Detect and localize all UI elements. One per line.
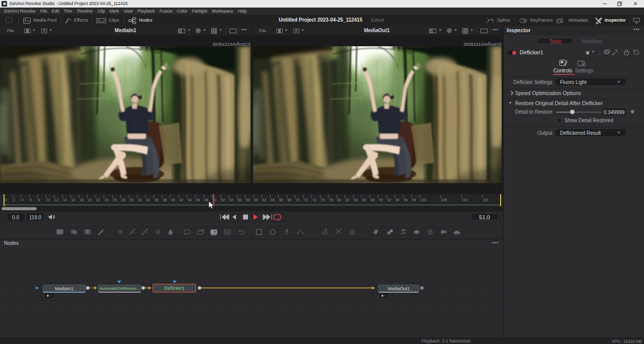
svg-text:T: T	[86, 229, 89, 234]
